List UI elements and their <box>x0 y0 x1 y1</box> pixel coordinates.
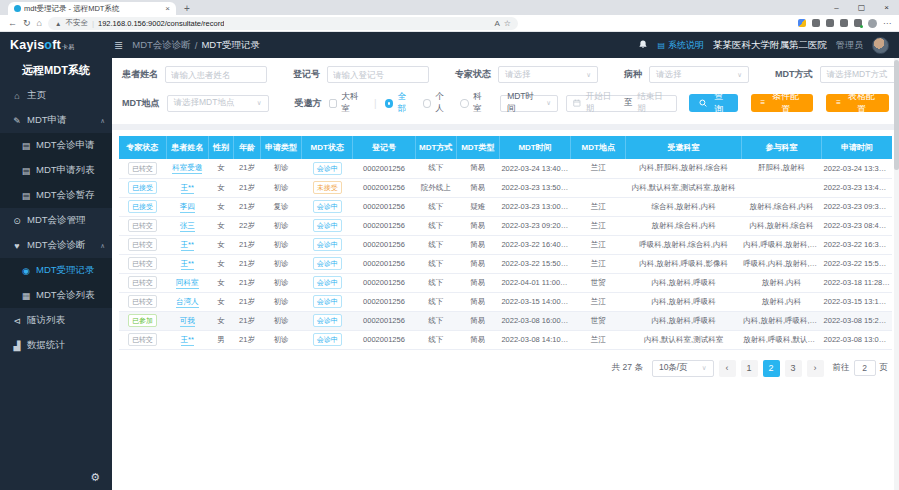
sidebar-collapse-icon[interactable]: ≣ <box>114 39 123 52</box>
extension-icon[interactable] <box>798 19 806 27</box>
reload-icon[interactable]: ↻ <box>23 18 31 28</box>
status-badge: 会诊中 <box>313 333 342 346</box>
mdt-time-select[interactable]: MDT时间 ∨ <box>500 95 558 112</box>
table-config-button[interactable]: ≡ 表格配置 <box>826 94 889 112</box>
settings-gear-icon[interactable]: ⚙ <box>90 471 100 484</box>
patient-name-link[interactable]: 同科室 <box>176 278 199 289</box>
sidebar-item-statistics[interactable]: ▟数据统计 <box>0 333 112 358</box>
cell-apply_time: 2022-03-23 13:41:45 <box>822 178 892 197</box>
mdt-place-select[interactable]: 请选择MDT地点 ∨ <box>167 95 269 112</box>
patient-name-link[interactable]: 王** <box>181 335 194 346</box>
notification-bell-icon[interactable] <box>638 36 648 54</box>
read-aloud-icon[interactable]: A <box>494 19 499 28</box>
next-page-button[interactable]: › <box>807 360 824 377</box>
cell-mdt_place: 世贸 <box>571 311 626 330</box>
browser-profile-avatar[interactable] <box>868 19 877 28</box>
condition-config-button[interactable]: ≡ 条件配置 <box>751 94 814 112</box>
patient-name-link[interactable]: 王** <box>181 259 194 270</box>
page-button-1[interactable]: 1 <box>741 360 758 377</box>
patient-name-input[interactable] <box>165 66 267 83</box>
select-placeholder: 请选择MDT方式 <box>827 69 888 81</box>
sidebar-item-mdt-apply[interactable]: ✎MDT申请∧ <box>0 108 112 133</box>
back-icon[interactable]: ← <box>8 18 17 28</box>
scrollbar[interactable] <box>894 58 899 490</box>
sidebar-item-mdt-apply-list[interactable]: ▤MDT申请列表 <box>0 158 112 183</box>
sidebar-item-mdt-consult-apply[interactable]: ▤MDT会诊申请 <box>0 133 112 158</box>
cell-joined <box>741 178 821 197</box>
big-dept-checkbox[interactable] <box>329 99 338 108</box>
calendar-icon <box>573 99 581 107</box>
search-button[interactable]: 查询 <box>689 94 737 112</box>
new-tab-button[interactable]: + <box>184 2 190 15</box>
table-row[interactable]: 已转交科室受邀女21岁初诊会诊中0002001256线下简易2022-03-24… <box>119 159 892 178</box>
radio-label[interactable]: 个人 <box>435 91 451 115</box>
user-avatar[interactable] <box>872 37 889 54</box>
cell-mdt_mode: 线下 <box>415 235 456 254</box>
disease-select[interactable]: 请选择 ∨ <box>649 66 749 83</box>
radio-label[interactable]: 科室 <box>473 91 489 115</box>
page-button-2[interactable]: 2 <box>763 360 780 377</box>
radio-个人[interactable] <box>423 99 432 108</box>
main-content: 患者姓名 登记号 专家状态 请选择 ∨ <box>112 58 899 490</box>
prev-page-button[interactable]: ‹ <box>719 360 736 377</box>
table-row[interactable]: 已接受李四女21岁复诊会诊中0002001256线下疑难2022-03-23 1… <box>119 197 892 216</box>
patient-name-link[interactable]: 王** <box>181 240 194 251</box>
close-button[interactable]: × <box>874 0 899 15</box>
patient-name-link[interactable]: 王** <box>181 183 194 194</box>
big-dept-checkbox-label[interactable]: 大科室 <box>341 91 366 115</box>
home-icon: ⌂ <box>12 91 22 101</box>
pagination-total: 共 27 条 <box>612 362 643 374</box>
sidebar-item-mdt-record[interactable]: ◉MDT受理记录 <box>0 258 112 283</box>
table-row[interactable]: 已转交同科室女21岁初诊会诊中0002001256线下简易2022-04-01 … <box>119 273 892 292</box>
page-size-select[interactable]: 10条/页 ∨ <box>652 360 714 377</box>
reg-no-input[interactable] <box>327 66 429 83</box>
sidebar-item-followup-list[interactable]: ⊲随访列表 <box>0 308 112 333</box>
scrollbar-thumb[interactable] <box>894 60 899 170</box>
sidebar-item-home[interactable]: ⌂主页 <box>0 83 112 108</box>
restore-button[interactable]: ▢ <box>849 0 874 15</box>
browser-menu-icon[interactable]: ⋯ <box>883 19 891 28</box>
patient-name-link[interactable]: 李四 <box>180 202 195 213</box>
table-row[interactable]: 已转交王**男21岁初诊会诊中0002001256线下简易2022-03-08 … <box>119 330 892 349</box>
table-row[interactable]: 已转交张三女22岁初诊会诊中0002001256线下简易2022-03-23 0… <box>119 216 892 235</box>
extension-icon[interactable] <box>840 19 848 27</box>
extension-icon[interactable] <box>854 19 862 27</box>
date-range-input[interactable]: 开始日期 至 结束日期 <box>566 95 677 112</box>
radio-全部[interactable] <box>385 99 394 108</box>
extension-icon[interactable] <box>826 19 834 27</box>
home-icon[interactable]: ⌂ <box>37 18 42 28</box>
patient-name-link[interactable]: 科室受邀 <box>172 163 202 174</box>
table-row[interactable]: 已转交王**女21岁初诊会诊中0002001256线下简易2022-03-22 … <box>119 254 892 273</box>
url-field[interactable]: ▲ 不安全 | 192.168.0.156:9002/consultate/re… <box>48 17 518 30</box>
table-row[interactable]: 已接受王**女21岁初诊未接受0002001256院外线上简易2022-03-2… <box>119 178 892 197</box>
patient-name-link[interactable]: 可我 <box>180 316 195 327</box>
mdt-mode-select[interactable]: 请选择MDT方式 ∨ <box>820 66 899 83</box>
patient-name-link[interactable]: 张三 <box>180 221 195 232</box>
table-row[interactable]: 已参加可我女21岁初诊会诊中0002001256线下简易2022-03-08 1… <box>119 311 892 330</box>
extension-icon[interactable] <box>812 19 820 27</box>
column-header: MDT地点 <box>571 136 626 159</box>
radio-科室[interactable] <box>460 99 469 108</box>
expert-status-select[interactable]: 请选择 ∨ <box>498 66 598 83</box>
sidebar-item-mdt-consult-draft[interactable]: ▤MDT会诊暂存 <box>0 183 112 208</box>
goto-page-input[interactable] <box>854 360 876 376</box>
table-row[interactable]: 已转交台湾人女21岁初诊会诊中0002001256线下简易2022-03-15 … <box>119 292 892 311</box>
browser-tab[interactable]: mdt受理记录 - 远程MDT系统 × <box>8 2 176 15</box>
sidebar-item-mdt-consult-diagnosis[interactable]: ♥MDT会诊诊断∧ <box>0 233 112 258</box>
sidebar-item-mdt-consult-list[interactable]: ▦MDT会诊列表 <box>0 283 112 308</box>
column-header: MDT时间 <box>499 136 570 159</box>
tab-close-icon[interactable]: × <box>165 4 170 13</box>
cell-gender: 女 <box>208 197 233 216</box>
cell-gender: 女 <box>208 292 233 311</box>
bookmark-star-icon[interactable]: ☆ <box>504 19 511 28</box>
page-button-3[interactable]: 3 <box>785 360 802 377</box>
table-row[interactable]: 已转交王**女21岁初诊会诊中0002001256线下简易2022-03-22 … <box>119 235 892 254</box>
minimize-button[interactable]: – <box>824 0 849 15</box>
radio-label[interactable]: 全部 <box>397 91 413 115</box>
reg-no-label: 登记号 <box>293 68 320 81</box>
sidebar-item-mdt-consult-manage[interactable]: ⊙MDT会诊管理 <box>0 208 112 233</box>
breadcrumb-parent[interactable]: MDT会诊诊断 <box>132 39 191 52</box>
cell-mdt_type: 简易 <box>456 330 499 349</box>
system-help-link[interactable]: ▤ 系统说明 <box>657 39 704 52</box>
patient-name-link[interactable]: 台湾人 <box>176 297 199 308</box>
